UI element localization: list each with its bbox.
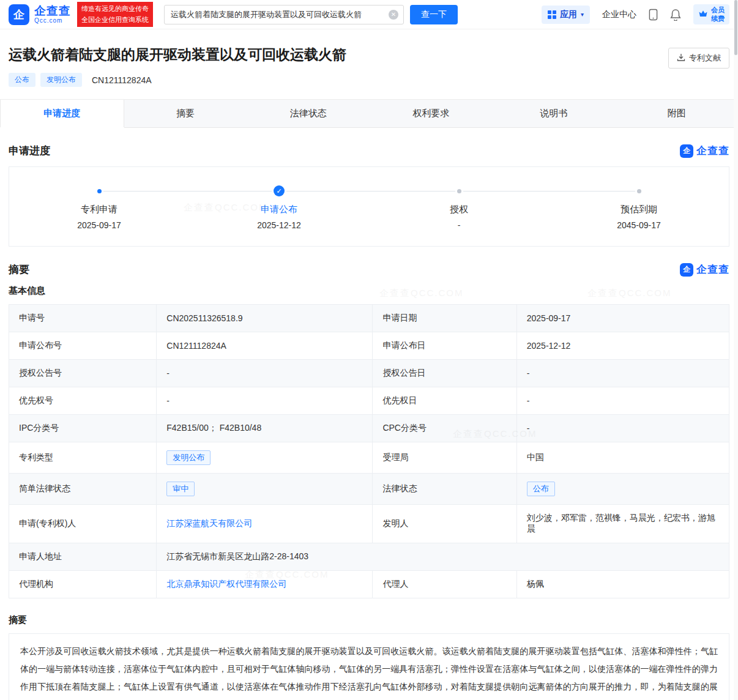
field-label: CPC分类号 <box>373 415 516 442</box>
table-row: 申请(专利权)人 江苏深蓝航天有限公司 发明人 刘少波，邓军雷，范祺锋，马晨光，… <box>9 505 729 543</box>
tab-abstract[interactable]: 摘要 <box>124 100 247 127</box>
table-row: 申请人地址 江苏省无锡市新吴区龙山路2-28-1403 <box>9 543 729 571</box>
field-value: CN121112824A <box>157 332 373 360</box>
mobile-phone-icon[interactable] <box>649 9 658 21</box>
patent-document-button[interactable]: 专利文献 <box>668 48 729 69</box>
page-scrollbar[interactable] <box>734 0 738 700</box>
field-value: 北京鼎承知识产权代理有限公司 <box>157 571 373 598</box>
apps-label: 应用 <box>560 9 577 20</box>
timeline-dot <box>97 189 102 193</box>
field-value: 中国 <box>516 442 729 474</box>
field-label: 授权公告日 <box>373 360 516 387</box>
field-label: 代理机构 <box>9 571 157 598</box>
table-row: 专利类型 发明公布 受理局 中国 <box>9 442 729 474</box>
field-label: 简单法律状态 <box>9 474 157 505</box>
timeline-step-estimated-expiry: 预估到期 2045-09-17 <box>549 185 729 230</box>
section-title-abstract: 摘要 <box>9 262 29 277</box>
field-label: IPC分类号 <box>9 415 157 442</box>
qcc-logo-sub: Qcc.com <box>34 17 71 24</box>
timeline-dot <box>637 189 641 193</box>
basic-info-table: 申请号 CN202511326518.9 申请日期 2025-09-17 申请公… <box>9 304 729 598</box>
field-label: 发明人 <box>373 505 516 543</box>
table-row: 代理机构 北京鼎承知识产权代理有限公司 代理人 杨佩 <box>9 571 729 598</box>
tab-application-progress[interactable]: 申请进度 <box>0 100 124 127</box>
clear-search-icon[interactable]: ✕ <box>389 10 398 20</box>
field-value: 刘少波，邓军雷，范祺锋，马晨光，纪宏书，游旭晨 <box>516 505 729 543</box>
download-icon <box>677 53 685 64</box>
field-value: 江苏深蓝航天有限公司 <box>157 505 373 543</box>
field-value: 审中 <box>157 474 373 505</box>
patent-number: CN121112824A <box>92 75 152 85</box>
table-row: 申请公布号 CN121112824A 申请公布日 2025-12-12 <box>9 332 729 360</box>
table-row: 优先权号 - 优先权日 - <box>9 387 729 415</box>
tab-claims[interactable]: 权利要求 <box>370 100 493 127</box>
field-value: 发明公布 <box>157 442 373 474</box>
field-label: 申请(专利权)人 <box>9 505 157 543</box>
qcc-watermark-logo: 企 企查查 <box>680 262 729 277</box>
field-value: 2025-09-17 <box>516 305 729 332</box>
table-row: IPC分类号 F42B15/00； F42B10/48 CPC分类号 - <box>9 415 729 442</box>
field-value: - <box>157 387 373 415</box>
check-icon: ✓ <box>274 185 285 196</box>
field-label: 法律状态 <box>373 474 516 505</box>
field-label: 授权公告号 <box>9 360 157 387</box>
notification-bell-icon[interactable] <box>670 9 681 21</box>
qcc-mini-icon: 企 <box>680 263 693 277</box>
field-label: 申请公布日 <box>373 332 516 360</box>
apps-dropdown[interactable]: 应用 ▾ <box>542 6 590 24</box>
chevron-down-icon: ▾ <box>581 11 584 18</box>
abstract-text: 本公开涉及可回收运载火箭技术领域，尤其是提供一种运载火箭着陆支腿的展开驱动装置以… <box>9 633 729 700</box>
qcc-watermark-logo: 企 企查查 <box>680 144 729 158</box>
status-badge-publish: 公布 <box>9 73 35 87</box>
vip-label-line2: 续费 <box>711 15 725 23</box>
field-label: 申请人地址 <box>9 543 157 571</box>
table-row: 申请号 CN202511326518.9 申请日期 2025-09-17 <box>9 305 729 332</box>
search-input[interactable] <box>165 6 403 24</box>
timeline-step-application: 专利申请 2025-09-17 <box>9 185 189 230</box>
tab-legal-status[interactable]: 法律状态 <box>247 100 370 127</box>
patent-document-label: 专利文献 <box>689 53 721 64</box>
field-value: 江苏省无锡市新吴区龙山路2-28-1403 <box>157 543 729 571</box>
field-value: - <box>516 387 729 415</box>
tab-specification[interactable]: 说明书 <box>493 100 616 127</box>
field-label: 受理局 <box>373 442 516 474</box>
patent-type-tag: 发明公布 <box>166 450 211 465</box>
scrollbar-thumb[interactable] <box>734 0 737 55</box>
simple-legal-status-tag: 审中 <box>166 482 195 496</box>
vip-renew-button[interactable]: 会员 续费 <box>693 4 729 25</box>
field-value: 杨佩 <box>516 571 729 598</box>
field-value: F42B15/00； F42B10/48 <box>157 415 373 442</box>
field-label: 代理人 <box>373 571 516 598</box>
agency-company-link[interactable]: 北京鼎承知识产权代理有限公司 <box>166 579 286 589</box>
tab-bar: 申请进度 摘要 法律状态 权利要求 说明书 附图 <box>0 99 738 128</box>
basic-info-title: 基本信息 <box>9 285 729 297</box>
table-row: 简单法律状态 审中 法律状态 公布 <box>9 474 729 505</box>
slogan-line2: 全国企业信用查询系统 <box>81 15 149 25</box>
field-label: 优先权号 <box>9 387 157 415</box>
field-value: - <box>516 415 729 442</box>
field-value: 公布 <box>516 474 729 505</box>
qcc-logo-icon: 企 <box>9 4 29 25</box>
vip-crown-icon <box>698 9 708 20</box>
tab-figures[interactable]: 附图 <box>615 100 738 127</box>
search-button[interactable]: 查一下 <box>410 5 458 24</box>
timeline-step-publication: ✓ 申请公布 2025-12-12 <box>189 185 369 230</box>
page-title: 运载火箭着陆支腿的展开驱动装置以及可回收运载火箭 <box>9 45 346 64</box>
abstract-sub-title: 摘要 <box>9 614 729 626</box>
field-label: 申请公布号 <box>9 332 157 360</box>
search-box: ✕ <box>164 5 404 24</box>
field-label: 申请号 <box>9 305 157 332</box>
status-badge-invention: 发明公布 <box>40 73 82 87</box>
apps-grid-icon <box>548 10 556 19</box>
field-label: 专利类型 <box>9 442 157 474</box>
slogan-line1: 缔造有远见的商业传奇 <box>81 4 149 14</box>
qcc-logo[interactable]: 企 企查查 Qcc.com <box>9 4 71 25</box>
section-title-progress: 申请进度 <box>9 144 50 158</box>
qcc-logo-name: 企查查 <box>34 5 71 18</box>
timeline-dot <box>457 189 461 193</box>
field-value: - <box>157 360 373 387</box>
field-value: CN202511326518.9 <box>157 305 373 332</box>
enterprise-center-link[interactable]: 企业中心 <box>602 9 636 20</box>
applicant-company-link[interactable]: 江苏深蓝航天有限公司 <box>166 518 252 528</box>
field-label: 申请日期 <box>373 305 516 332</box>
